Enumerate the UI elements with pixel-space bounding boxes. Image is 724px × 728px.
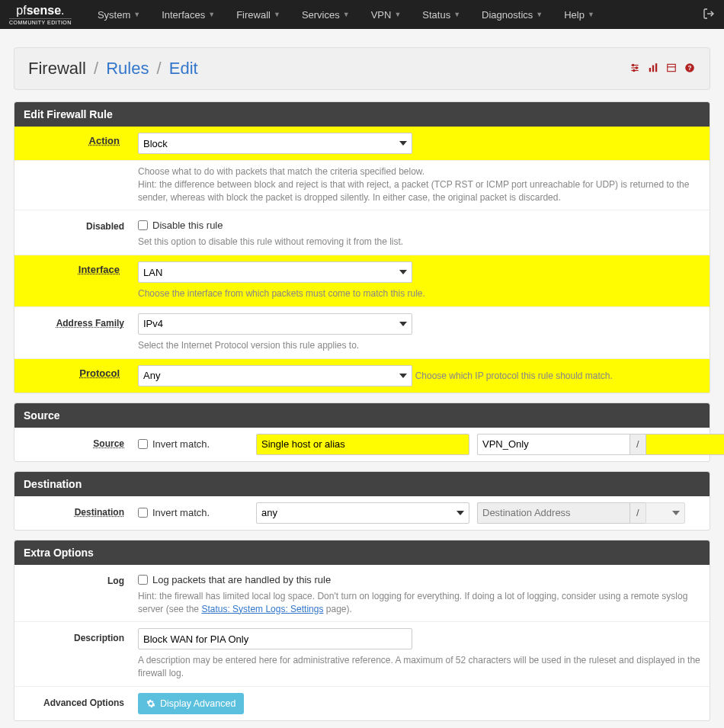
panel-extra-title: Extra Options [14, 540, 710, 565]
nav-vpn[interactable]: VPN▼ [360, 0, 412, 29]
log-hint: Hint: the firewall has limited local log… [138, 590, 700, 616]
destination-invert-checkbox[interactable] [138, 508, 148, 518]
svg-rect-7 [649, 68, 651, 72]
interface-label: Interface [74, 261, 124, 277]
main-nav: System▼ Interfaces▼ Firewall▼ Services▼ … [87, 0, 605, 29]
source-invert-label: Invert match. [152, 438, 210, 450]
svg-rect-10 [668, 64, 676, 71]
gear-icon [146, 699, 155, 708]
header-chart-icon[interactable] [647, 63, 659, 75]
destination-mask-separator: / [629, 502, 646, 524]
top-navbar: pfsense. COMMUNITY EDITION System▼ Inter… [0, 0, 724, 29]
address-family-hint: Select the Internet Protocol version thi… [138, 339, 700, 352]
header-sliders-icon[interactable] [629, 63, 641, 75]
advanced-label: Advanced Options [24, 693, 138, 708]
breadcrumb: Firewall / Rules / Edit [28, 59, 198, 79]
breadcrumb-edit[interactable]: Edit [169, 59, 198, 78]
display-advanced-button[interactable]: Display Advanced [138, 693, 244, 714]
protocol-select[interactable]: Any [138, 365, 412, 386]
destination-address-input[interactable] [477, 502, 629, 524]
source-label: Source [24, 434, 138, 449]
interface-select[interactable]: LAN [138, 261, 412, 283]
source-invert-checkbox[interactable] [138, 439, 148, 449]
breadcrumb-root[interactable]: Firewall [28, 59, 86, 78]
panel-extra-options: Extra Options Log Log packets that are h… [14, 540, 710, 721]
header-help-icon[interactable]: ? [684, 63, 696, 75]
address-family-select[interactable]: IPv4 [138, 313, 412, 335]
page-header: Firewall / Rules / Edit ? [14, 47, 710, 90]
panel-edit-title: Edit Firewall Rule [14, 102, 710, 127]
panel-source-title: Source [14, 403, 710, 428]
interface-hint: Choose the interface from which packets … [138, 287, 425, 300]
source-mask-select[interactable] [646, 434, 724, 455]
disabled-label: Disabled [24, 216, 138, 232]
description-input[interactable] [138, 628, 412, 649]
nav-status[interactable]: Status▼ [412, 0, 471, 29]
nav-system[interactable]: System▼ [87, 0, 151, 29]
address-family-label: Address Family [24, 313, 138, 329]
panel-destination-title: Destination [14, 472, 710, 496]
nav-services[interactable]: Services▼ [291, 0, 360, 29]
svg-text:?: ? [688, 64, 692, 71]
nav-interfaces[interactable]: Interfaces▼ [151, 0, 226, 29]
source-address-input[interactable] [477, 434, 629, 455]
panel-destination: Destination Destination Invert match. an… [14, 471, 710, 531]
svg-point-6 [633, 69, 635, 71]
nav-firewall[interactable]: Firewall▼ [226, 0, 291, 29]
disabled-hint: Set this option to disable this rule wit… [138, 236, 700, 249]
svg-rect-8 [652, 65, 654, 72]
destination-label: Destination [24, 502, 138, 518]
protocol-hint: Choose which IP protocol this rule shoul… [415, 370, 613, 383]
action-label: Action [85, 133, 124, 149]
svg-point-5 [636, 66, 637, 68]
action-select[interactable]: Block [138, 133, 412, 154]
svg-point-4 [633, 64, 634, 66]
log-text: Log packets that are handled by this rul… [152, 574, 331, 585]
header-log-icon[interactable] [665, 63, 678, 75]
svg-rect-9 [655, 63, 657, 72]
description-label: Description [24, 628, 138, 643]
action-hint: Choose what to do with packets that matc… [138, 165, 700, 204]
destination-mask-select[interactable] [646, 502, 685, 524]
brand-logo[interactable]: pfsense. COMMUNITY EDITION [9, 4, 72, 25]
source-mask-separator: / [629, 434, 646, 455]
log-checkbox[interactable] [138, 575, 148, 585]
description-hint: A description may be entered here for ad… [138, 654, 700, 680]
breadcrumb-rules[interactable]: Rules [106, 59, 149, 78]
destination-invert-label: Invert match. [152, 507, 210, 518]
log-label: Log [24, 571, 138, 586]
logout-icon[interactable] [703, 8, 715, 22]
destination-type-select[interactable]: any [256, 502, 469, 524]
disabled-checkbox[interactable] [138, 220, 148, 230]
source-type-select[interactable]: Single host or alias [256, 434, 469, 455]
nav-diagnostics[interactable]: Diagnostics▼ [471, 0, 553, 29]
syslog-link[interactable]: Status: System Logs: Settings [201, 604, 323, 614]
protocol-label: Protocol [75, 365, 124, 381]
panel-edit-rule: Edit Firewall Rule Action Block Choose w… [14, 101, 710, 393]
panel-source: Source Source Invert match. Single host … [14, 402, 710, 462]
nav-help[interactable]: Help▼ [553, 0, 605, 29]
disabled-text: Disable this rule [152, 220, 223, 231]
